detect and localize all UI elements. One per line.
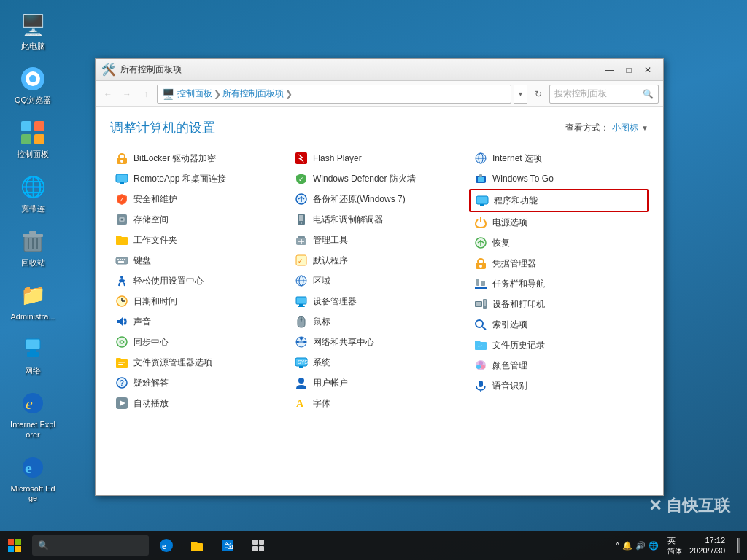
view-current[interactable]: 小图标 <box>612 122 638 134</box>
item-sound[interactable]: 声音 <box>110 311 290 332</box>
item-region[interactable]: 区域 <box>290 271 469 291</box>
item-network-share[interactable]: 网络和共享中心 <box>290 332 469 352</box>
view-arrow-icon[interactable]: ▼ <box>641 124 649 132</box>
item-security[interactable]: ✓ 安全和维护 <box>110 189 290 209</box>
desktop: 🖥️ 此电脑 QQ浏览器 控制面板 <box>0 0 747 560</box>
desktop-icon-recycle-bin[interactable]: 回收站 <box>7 224 58 271</box>
item-indexing[interactable]: 索引选项 <box>469 314 649 335</box>
maximize-button[interactable]: □ <box>619 63 638 77</box>
desktop-icon-this-pc[interactable]: 🖥️ 此电脑 <box>7 7 58 54</box>
back-button[interactable]: ← <box>100 86 116 102</box>
desktop-icon-broadband[interactable]: 🌐 宽带连 <box>7 170 58 217</box>
taskbar-taskview[interactable] <box>244 531 273 560</box>
item-synccenter[interactable]: 同步中心 <box>110 332 290 352</box>
address-path[interactable]: 🖥️ 控制面板 ❯ 所有控制面板项 ❯ <box>157 85 511 104</box>
taskbar-search[interactable]: 🔍 <box>32 535 149 556</box>
item-default[interactable]: ✓ 默认程序 <box>290 250 469 271</box>
item-recovery[interactable]: 恢复 <box>469 233 649 253</box>
tray-chevron[interactable]: ^ <box>616 542 619 550</box>
item-keyboard[interactable]: 键盘 <box>110 250 290 271</box>
svg-text:A: A <box>296 398 304 409</box>
item-windowstogo[interactable]: Windows To Go <box>469 168 649 189</box>
this-pc-icon: 🖥️ <box>18 10 47 39</box>
tray-network[interactable]: 🌐 <box>649 541 659 551</box>
item-speech[interactable]: 语音识别 <box>469 376 649 396</box>
item-workfolders[interactable]: 工作文件夹 <box>110 230 290 250</box>
item-remoteapp[interactable]: RemoteApp 和桌面连接 <box>110 168 290 189</box>
desktop-icon-administrator[interactable]: 📁 Administra... <box>7 278 58 324</box>
item-useraccount[interactable]: 用户帐户 <box>290 373 469 393</box>
desktop-icon-network[interactable]: 网络 <box>7 332 58 378</box>
svg-point-106 <box>481 365 485 369</box>
qq-browser-icon <box>18 64 47 93</box>
search-icon[interactable]: 🔍 <box>643 89 654 99</box>
item-troubleshoot[interactable]: ? 疑难解答 <box>110 373 290 393</box>
keyboard-icon <box>115 253 129 268</box>
svg-rect-93 <box>475 287 487 289</box>
up-button[interactable]: ↑ <box>138 86 154 102</box>
taskbar-explorer[interactable] <box>182 531 212 560</box>
svg-point-70 <box>303 341 306 343</box>
refresh-button[interactable]: ↻ <box>530 86 546 102</box>
control-panel-label: 控制面板 <box>17 149 49 159</box>
item-programs[interactable]: 程序和功能 <box>469 189 649 212</box>
default-label: 默认程序 <box>313 254 348 267</box>
fonts-label: 字体 <box>313 397 330 410</box>
svg-rect-88 <box>479 206 486 206</box>
item-filehistory[interactable]: ↩ 文件历史记录 <box>469 335 649 355</box>
item-power[interactable]: 电源选项 <box>469 212 649 233</box>
taskbar-time[interactable]: 17:12 2020/7/30 <box>685 535 729 556</box>
close-button[interactable]: ✕ <box>638 63 657 77</box>
item-admtools[interactable]: 管理工具 <box>290 230 469 250</box>
start-button[interactable] <box>0 531 29 560</box>
desktop-icon-ie[interactable]: e Internet Explorer <box>7 386 58 442</box>
item-credential[interactable]: 凭据管理器 <box>469 253 649 273</box>
taskbar-edge[interactable]: e <box>152 531 181 560</box>
desktop-icon-qq-browser[interactable]: QQ浏览器 <box>7 61 58 108</box>
svg-text:e: e <box>26 394 33 413</box>
desktop-icon-edge[interactable]: e Microsoft Edge <box>7 450 58 506</box>
svg-point-53 <box>301 222 302 224</box>
watermark: ✕ 自快互联 <box>645 491 732 524</box>
tray-volume[interactable]: 🔊 <box>635 541 646 551</box>
show-desktop-button[interactable] <box>729 531 747 560</box>
taskbar-store[interactable]: 🛍 <box>213 531 242 560</box>
svg-rect-63 <box>296 297 306 304</box>
tray-notification[interactable]: 🔔 <box>622 541 632 551</box>
desktop-icon-control-panel[interactable]: 控制面板 <box>7 115 58 162</box>
item-fonts[interactable]: A 字体 <box>290 393 469 413</box>
item-phone[interactable]: 电话和调制解调器 <box>290 209 469 230</box>
item-backup[interactable]: 备份和还原(Windows 7) <box>290 189 469 209</box>
item-mouse[interactable]: 鼠标 <box>290 311 469 332</box>
address-dropdown-button[interactable]: ▾ <box>514 85 527 104</box>
item-easyaccess[interactable]: 轻松使用设置中心 <box>110 271 290 291</box>
item-windefender[interactable]: ✓ Windows Defender 防火墙 <box>290 168 469 189</box>
item-bitlocker[interactable]: BitLocker 驱动器加密 <box>110 148 290 168</box>
item-storage[interactable]: 存储空间 <box>110 209 290 230</box>
svg-point-69 <box>296 341 299 343</box>
item-autoplay[interactable]: 自动播放 <box>110 393 290 413</box>
item-devices[interactable]: 设备和打印机 <box>469 294 649 314</box>
minimize-button[interactable]: — <box>600 63 619 77</box>
item-devmgr[interactable]: 设备管理器 <box>290 291 469 311</box>
svg-rect-52 <box>299 215 303 221</box>
content-header: 调整计算机的设置 查看方式： 小图标 ▼ <box>110 119 649 136</box>
taskbar-apps: e 🛍 <box>152 531 610 560</box>
phone-icon <box>294 212 309 227</box>
search-box[interactable]: 搜索控制面板 🔍 <box>549 85 659 104</box>
item-flashplayer[interactable]: Flash Player <box>290 148 469 168</box>
item-datetime[interactable]: 日期和时间 <box>110 291 290 311</box>
path-control-panel[interactable]: 控制面板 <box>177 88 212 100</box>
credential-label: 凭据管理器 <box>492 257 536 270</box>
forward-button[interactable]: → <box>119 86 135 102</box>
control-column-3: Internet 选项 Windows To Go 程序和功能 <box>469 148 649 413</box>
item-taskbar-nav[interactable]: 任务栏和导航 <box>469 273 649 294</box>
item-fileexplorer[interactable]: 文件资源管理器选项 <box>110 352 290 373</box>
svg-rect-14 <box>30 349 36 352</box>
security-label: 安全和维护 <box>133 193 177 206</box>
item-system[interactable]: SYS 系统 <box>290 352 469 373</box>
path-all-items[interactable]: 所有控制面板项 <box>222 88 284 100</box>
item-colormgmt[interactable]: 颜色管理 <box>469 355 649 376</box>
taskbar-lang[interactable]: 英简体 <box>665 535 685 556</box>
item-internet[interactable]: Internet 选项 <box>469 148 649 168</box>
